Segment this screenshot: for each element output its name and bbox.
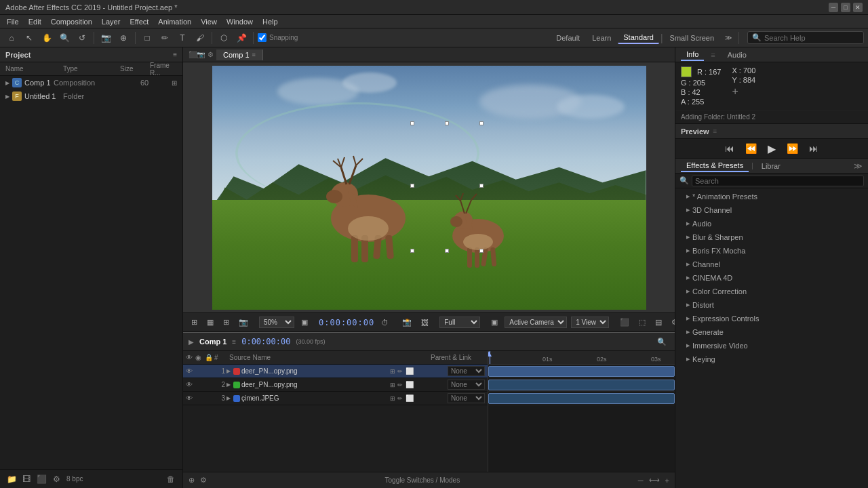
handle-bottom-right[interactable] xyxy=(479,249,484,253)
project-item-untitled1[interactable]: ▶ F Untitled 1 Folder xyxy=(0,89,182,103)
effects-item-3d-channel[interactable]: ▶ 3D Channel xyxy=(675,203,868,217)
workspace-learn[interactable]: Learn xyxy=(587,33,616,43)
comp-options-btn[interactable]: ⊞ xyxy=(189,317,200,328)
comp-adjust-btn[interactable]: ⚙ xyxy=(669,317,675,328)
handle-bottom-left[interactable] xyxy=(410,249,414,253)
workspace-standard[interactable]: Standard xyxy=(618,32,659,44)
handle-top-right[interactable] xyxy=(479,121,484,125)
effects-item-generate[interactable]: ▶ Generate xyxy=(675,325,868,339)
skip-to-start-btn[interactable]: ⏮ xyxy=(722,142,737,155)
shape-rect-tool[interactable]: □ xyxy=(140,30,155,45)
menu-window[interactable]: Window xyxy=(222,16,257,27)
comp-camera-btn[interactable]: 📷 xyxy=(236,317,251,328)
camera-select[interactable]: Active Camera xyxy=(505,317,567,328)
snapping-toggle[interactable]: Snapping xyxy=(258,33,298,42)
tl-toggle[interactable]: ▶ xyxy=(189,338,194,346)
project-panel-menu[interactable]: ≡ xyxy=(173,51,177,58)
menu-composition[interactable]: Composition xyxy=(47,16,96,27)
minimize-button[interactable]: ─ xyxy=(829,3,838,12)
snapshot-btn[interactable]: 📸 xyxy=(399,317,414,328)
menu-effect[interactable]: Effect xyxy=(125,16,153,27)
tl-footer-zoom-slider[interactable]: ⟷ xyxy=(649,476,660,485)
effects-item-audio[interactable]: ▶ Audio xyxy=(675,217,868,230)
effects-item-expression-controls[interactable]: ▶ Expression Controls xyxy=(675,312,868,325)
transparency2-btn[interactable]: ▤ xyxy=(652,317,665,328)
effects-search-input[interactable] xyxy=(692,176,864,186)
tl-footer-settings[interactable]: ⚙ xyxy=(200,476,207,485)
anchor-tool[interactable]: ⊕ xyxy=(116,30,131,45)
close-button[interactable]: ✕ xyxy=(853,3,863,12)
new-item-btn[interactable]: ⬛ xyxy=(35,473,47,485)
resolution-select[interactable]: Full Half Quarter xyxy=(439,317,480,328)
menu-edit[interactable]: Edit xyxy=(24,16,45,27)
step-forward-btn[interactable]: ⏩ xyxy=(784,142,801,155)
track-bar-1[interactable] xyxy=(488,366,675,377)
menu-view[interactable]: View xyxy=(197,16,221,27)
handle-top-mid[interactable] xyxy=(445,121,449,125)
effects-item-cinema4d[interactable]: ▶ CINEMA 4D xyxy=(675,271,868,285)
track-bar-2[interactable] xyxy=(488,380,675,390)
layer3-eye[interactable]: 👁 xyxy=(186,394,194,402)
effects-item-animation-presets[interactable]: ▶ * Animation Presets xyxy=(675,190,868,203)
show-snapshot-btn[interactable]: 🖼 xyxy=(418,317,431,328)
new-folder-btn[interactable]: 📁 xyxy=(5,473,18,485)
menu-layer[interactable]: Layer xyxy=(98,16,125,27)
new-comp-btn[interactable]: 🎞 xyxy=(20,473,33,485)
tl-footer-zoom-in[interactable]: + xyxy=(665,476,669,485)
handle-mid-right[interactable] xyxy=(479,184,484,188)
handle-mid-left[interactable] xyxy=(410,184,414,188)
audio-tab[interactable]: Audio xyxy=(722,49,752,60)
layer-row-1[interactable]: 👁 1 ▶ deer_PN...opy.png ⊞ ✏ ⬜ None xyxy=(183,365,488,378)
layer-row-3[interactable]: 👁 3 ▶ çimen.JPEG ⊞ ✏ ⬜ None xyxy=(183,392,488,405)
handle-bottom-mid[interactable] xyxy=(445,249,449,253)
clock-btn[interactable]: ⏱ xyxy=(378,317,391,328)
toggle-transparency-btn[interactable]: ▦ xyxy=(204,317,216,328)
window-controls[interactable]: ─ □ ✕ xyxy=(829,3,863,12)
rotate-tool[interactable]: ↺ xyxy=(75,30,90,45)
layer1-eye[interactable]: 👁 xyxy=(186,367,194,375)
workspace-small-screen[interactable]: Small Screen xyxy=(665,33,719,43)
info-tab[interactable]: Info xyxy=(681,49,704,61)
layer-row-2[interactable]: 👁 2 ▶ deer_PN...opy.png ⊞ ✏ ⬜ None xyxy=(183,378,488,392)
viewer-area[interactable] xyxy=(183,62,675,312)
effects-item-immersive-video[interactable]: ▶ Immersive Video xyxy=(675,339,868,352)
layer2-expand[interactable]: ▶ xyxy=(226,382,232,388)
comp-tab[interactable]: Comp 1 ≡ xyxy=(216,49,263,60)
maximize-button[interactable]: □ xyxy=(841,3,850,12)
camera-tool[interactable]: 📷 xyxy=(98,30,113,45)
tl-footer-zoom-out[interactable]: ─ xyxy=(638,476,644,485)
effects-item-distort[interactable]: ▶ Distort xyxy=(675,298,868,312)
workspace-more[interactable]: ≫ xyxy=(721,30,736,45)
home-button[interactable]: ⌂ xyxy=(4,30,19,45)
snapping-checkbox[interactable] xyxy=(258,33,267,42)
track-bar-3[interactable] xyxy=(488,393,675,404)
render-btn[interactable]: ⬛ xyxy=(617,317,632,328)
skip-to-end-btn[interactable]: ⏭ xyxy=(806,142,821,155)
puppet-tool[interactable]: 📌 xyxy=(234,30,249,45)
delete-btn[interactable]: 🗑 xyxy=(165,473,177,485)
menu-file[interactable]: File xyxy=(3,16,23,27)
library-tab[interactable]: Librar xyxy=(756,161,786,171)
menu-animation[interactable]: Animation xyxy=(154,16,195,27)
regions-btn[interactable]: ▣ xyxy=(488,317,500,328)
effects-tab[interactable]: Effects & Presets xyxy=(681,160,749,172)
views-select[interactable]: 1 View xyxy=(571,317,609,328)
zoom-tool[interactable]: 🔍 xyxy=(57,30,72,45)
fit-zoom-btn[interactable]: ▣ xyxy=(298,317,311,328)
effects-item-blur-sharpen[interactable]: ▶ Blur & Sharpen xyxy=(675,230,868,244)
layer1-parent-select[interactable]: None xyxy=(448,366,485,376)
effects-item-channel[interactable]: ▶ Channel xyxy=(675,258,868,271)
effects-item-keying[interactable]: ▶ Keying xyxy=(675,352,868,366)
play-pause-btn[interactable]: ▶ xyxy=(765,141,778,157)
layer2-eye[interactable]: 👁 xyxy=(186,381,194,388)
effects-expand[interactable]: ≫ xyxy=(854,161,863,171)
project-settings-btn[interactable]: ⚙ xyxy=(50,473,62,485)
workspace-default[interactable]: Default xyxy=(551,33,585,43)
menu-help[interactable]: Help xyxy=(258,16,282,27)
tl-search-btn[interactable]: 🔍 xyxy=(654,336,669,348)
pen-tool[interactable]: ✏ xyxy=(157,30,172,45)
hand-tool[interactable]: ✋ xyxy=(39,30,54,45)
project-item-comp1[interactable]: ▶ C Comp 1 Composition 60 ⊞ xyxy=(0,76,182,89)
search-help-input[interactable] xyxy=(764,34,859,42)
handle-top-left[interactable] xyxy=(410,121,414,125)
